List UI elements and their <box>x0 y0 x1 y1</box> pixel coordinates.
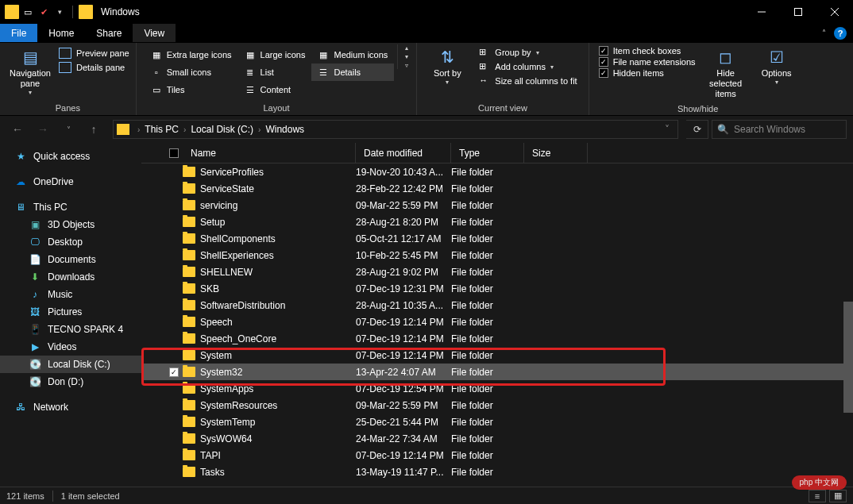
sort-by-button[interactable]: ⇅ Sort by ▾ <box>422 44 473 90</box>
folder-icon <box>183 383 195 394</box>
tree-downloads[interactable]: ⬇Downloads <box>0 268 141 286</box>
network-icon: 🖧 <box>14 401 27 414</box>
item-check-boxes-toggle[interactable]: ✓Item check boxes <box>599 46 696 56</box>
breadcrumb-local-disk[interactable]: Local Disk (C:) <box>189 124 255 135</box>
hidden-items-toggle[interactable]: ✓Hidden items <box>599 68 696 78</box>
tree-3d-objects[interactable]: ▣3D Objects <box>0 216 141 233</box>
address-box[interactable]: › This PC › Local Disk (C:) › Windows ˅ <box>113 120 678 139</box>
column-type[interactable]: Type <box>451 143 524 163</box>
column-date[interactable]: Date modified <box>356 143 451 163</box>
table-row[interactable]: Speech_OneCore07-Dec-19 12:14 PMFile fol… <box>141 330 853 347</box>
tree-pictures[interactable]: 🖼Pictures <box>0 303 141 321</box>
layout-list[interactable]: ≣List <box>238 63 312 81</box>
qat-checkbox-icon[interactable]: ✔ <box>37 5 51 19</box>
recent-dropdown[interactable]: ˅ <box>57 118 79 140</box>
details-pane-button[interactable]: Details pane <box>59 62 129 73</box>
tree-music[interactable]: ♪Music <box>0 286 141 303</box>
header-checkbox[interactable] <box>165 148 183 158</box>
table-row[interactable]: SHELLNEW28-Aug-21 9:02 PMFile folder <box>141 264 853 280</box>
tree-quick-access[interactable]: ★Quick access <box>0 148 141 165</box>
tree-onedrive[interactable]: ☁OneDrive <box>0 173 141 190</box>
tree-tecno[interactable]: 📱TECNO SPARK 4 <box>0 321 141 338</box>
table-row[interactable]: Speech07-Dec-19 12:14 PMFile folder <box>141 314 853 330</box>
navigation-pane-button[interactable]: ▤ Navigation pane ▾ <box>5 44 56 100</box>
refresh-button[interactable]: ⟳ <box>686 120 708 139</box>
breadcrumb-windows[interactable]: Windows <box>264 124 306 135</box>
layout-medium[interactable]: ▦Medium icons <box>311 46 394 63</box>
ribbon-collapse-icon[interactable]: ˄ <box>822 29 826 37</box>
options-button[interactable]: ☑ Options ▾ <box>751 44 802 90</box>
table-row[interactable]: Tasks13-May-19 11:47 P...File folder <box>141 464 853 480</box>
layout-details[interactable]: ☰Details <box>311 63 394 81</box>
layout-content[interactable]: ☰Content <box>238 81 312 98</box>
maximize-button[interactable] <box>780 0 816 24</box>
file-type: File folder <box>451 400 524 411</box>
table-row[interactable]: TAPI07-Dec-19 12:14 PMFile folder <box>141 447 853 464</box>
forward-button[interactable]: → <box>32 118 54 140</box>
table-row[interactable]: SoftwareDistribution28-Aug-21 10:35 A...… <box>141 297 853 314</box>
view-details-toggle[interactable]: ≡ <box>809 490 826 502</box>
column-size[interactable]: Size <box>524 143 588 163</box>
table-row[interactable]: ServiceProfiles19-Nov-20 10:43 A...File … <box>141 164 853 180</box>
menu-file[interactable]: File <box>0 24 37 42</box>
table-row[interactable]: SysWOW6424-Mar-22 7:34 AMFile folder <box>141 430 853 447</box>
layout-tiles[interactable]: ▭Tiles <box>145 81 238 98</box>
hide-selected-button[interactable]: ◻ Hide selected items <box>701 44 751 103</box>
layout-scroll-up[interactable]: ▴ <box>401 44 411 52</box>
status-selected: 1 item selected <box>61 491 120 501</box>
menu-home[interactable]: Home <box>37 24 85 42</box>
help-icon[interactable]: ? <box>834 27 847 40</box>
chevron-right-icon[interactable]: › <box>255 125 264 134</box>
size-all-button[interactable]: ↔Size all columns to fit <box>476 75 580 87</box>
column-name[interactable]: Name <box>183 143 356 163</box>
table-row[interactable]: SystemApps07-Dec-19 12:54 PMFile folder <box>141 380 853 397</box>
tree-local-disk-c[interactable]: 💽Local Disk (C:) <box>0 356 141 373</box>
tree-don-d[interactable]: 💽Don (D:) <box>0 373 141 391</box>
table-row[interactable]: ShellExperiences10-Feb-22 5:45 PMFile fo… <box>141 247 853 264</box>
qat-properties-icon[interactable]: ▭ <box>21 5 35 19</box>
table-row[interactable]: servicing09-Mar-22 5:59 PMFile folder <box>141 197 853 214</box>
chevron-right-icon[interactable]: › <box>134 125 143 134</box>
tree-item-label: 3D Objects <box>48 219 95 230</box>
table-row[interactable]: ✓System3213-Apr-22 4:07 AMFile folder <box>141 364 853 380</box>
preview-pane-button[interactable]: Preview pane <box>59 48 129 59</box>
layout-scroll-down[interactable]: ▾ <box>401 53 411 60</box>
window-folder-icon <box>79 5 93 19</box>
table-row[interactable]: SystemResources09-Mar-22 5:59 PMFile fol… <box>141 397 853 414</box>
file-extensions-toggle[interactable]: ✓File name extensions <box>599 57 696 67</box>
column-headers: Name Date modified Type Size <box>141 143 853 164</box>
tree-videos[interactable]: ▶Videos <box>0 338 141 356</box>
checkbox-icon[interactable]: ✓ <box>169 367 179 377</box>
breadcrumb-this-pc[interactable]: This PC <box>143 124 180 135</box>
chevron-right-icon[interactable]: › <box>180 125 189 134</box>
table-row[interactable]: ShellComponents05-Oct-21 12:17 AMFile fo… <box>141 230 853 247</box>
tree-this-pc[interactable]: 🖥This PC <box>0 198 141 216</box>
table-row[interactable]: ServiceState28-Feb-22 12:42 PMFile folde… <box>141 180 853 197</box>
tree-network[interactable]: 🖧Network <box>0 398 141 416</box>
table-row[interactable]: SKB07-Dec-19 12:31 PMFile folder <box>141 280 853 297</box>
search-input[interactable]: 🔍 Search Windows <box>712 120 847 139</box>
up-button[interactable]: ↑ <box>83 118 105 140</box>
back-button[interactable]: ← <box>6 118 29 140</box>
layout-expand[interactable]: ▿ <box>401 62 411 69</box>
menu-view[interactable]: View <box>133 24 176 42</box>
layout-large[interactable]: ▦Large icons <box>238 46 312 63</box>
table-row[interactable]: Setup28-Aug-21 8:20 PMFile folder <box>141 214 853 230</box>
group-by-button[interactable]: ⊞Group by ▾ <box>476 46 580 59</box>
menu-share[interactable]: Share <box>85 24 133 42</box>
table-row[interactable]: SystemTemp25-Dec-21 5:44 PMFile folder <box>141 414 853 430</box>
view-thumbnails-toggle[interactable]: ▦ <box>829 490 847 502</box>
table-row[interactable]: System07-Dec-19 12:14 PMFile folder <box>141 347 853 364</box>
layout-small[interactable]: ▫Small icons <box>145 63 238 81</box>
close-button[interactable] <box>816 0 853 24</box>
address-dropdown-icon[interactable]: ˅ <box>660 124 674 135</box>
add-columns-button[interactable]: ⊞Add columns ▾ <box>476 60 580 73</box>
vertical-scrollbar[interactable] <box>843 302 853 413</box>
minimize-button[interactable] <box>743 0 780 24</box>
layout-extra-large[interactable]: ▦Extra large icons <box>145 46 238 63</box>
tree-desktop[interactable]: 🖵Desktop <box>0 233 141 251</box>
qat-dropdown-icon[interactable]: ▾ <box>52 5 67 19</box>
folder-icon <box>183 317 195 327</box>
tree-documents[interactable]: 📄Documents <box>0 251 141 268</box>
3d-icon: ▣ <box>29 218 41 231</box>
